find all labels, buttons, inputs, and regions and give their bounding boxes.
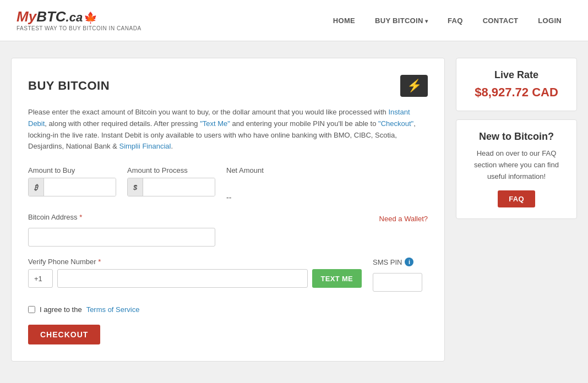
checkout-link[interactable]: "Checkout"	[378, 119, 413, 128]
bitcoin-address-label: Bitcoin Address *	[28, 213, 82, 221]
buy-bitcoin-panel: BUY BITCOIN Please enter the exact amoun…	[11, 58, 445, 362]
phone-number-input[interactable]	[57, 269, 308, 288]
page-content: BUY BITCOIN Please enter the exact amoun…	[0, 41, 588, 378]
logo-maple-icon: 🍁	[84, 12, 97, 24]
amount-row: Amount to Buy ₿ Amount to Process $ Net …	[28, 166, 428, 202]
logo-text: MyBTC.ca🍁	[17, 9, 141, 24]
bitcoin-address-group: Bitcoin Address * Need a Wallet?	[28, 213, 428, 247]
sms-pin-label: SMS PIN	[373, 258, 402, 266]
nav-contact[interactable]: CONTACT	[473, 11, 529, 30]
panel-description: Please enter the exact amount of Bitcoin…	[28, 107, 428, 152]
panel-header: BUY BITCOIN	[28, 75, 428, 97]
phone-group: Verify Phone Number * +1 TEXT ME	[28, 258, 362, 288]
sidebar: Live Rate $8,927.72 CAD New to Bitcoin? …	[456, 58, 577, 219]
logo: MyBTC.ca🍁 FASTEST WAY TO BUY BITCOIN IN …	[17, 9, 141, 31]
text-me-link[interactable]: "Text Me"	[200, 119, 230, 128]
phone-country-code: +1	[28, 269, 53, 288]
terms-row: I agree to the Terms of Service	[28, 305, 428, 314]
amount-to-process-group: Amount to Process $	[127, 166, 215, 196]
sms-label-row: SMS PIN i	[373, 258, 428, 266]
logo-my: My	[17, 8, 36, 25]
new-to-bitcoin-title: New to Bitcoin?	[467, 131, 565, 143]
amount-to-buy-input[interactable]	[44, 178, 116, 196]
live-rate-value: $8,927.72 CAD	[467, 85, 565, 100]
phone-sms-row: Verify Phone Number * +1 TEXT ME SMS PIN…	[28, 258, 428, 292]
net-amount-group: Net Amount --	[226, 166, 270, 202]
lightning-icon	[400, 75, 428, 97]
amount-to-buy-label: Amount to Buy	[28, 166, 116, 174]
nav-buy-bitcoin[interactable]: BUY BITCOIN	[365, 11, 438, 30]
bitcoin-address-input[interactable]	[28, 228, 215, 247]
sms-pin-input[interactable]	[373, 273, 422, 292]
sms-group: SMS PIN i	[373, 258, 428, 292]
amount-to-process-input[interactable]	[143, 178, 215, 196]
bitcoin-address-label-row: Bitcoin Address * Need a Wallet?	[28, 213, 428, 225]
terms-of-service-link[interactable]: Terms of Service	[86, 305, 140, 314]
new-to-bitcoin-card: New to Bitcoin? Head on over to our FAQ …	[456, 119, 577, 219]
phone-input-row: +1 TEXT ME	[28, 269, 362, 288]
phone-required-star: *	[96, 258, 101, 266]
phone-label: Verify Phone Number *	[28, 258, 362, 266]
live-rate-title: Live Rate	[467, 69, 565, 81]
terms-text: I agree to the	[40, 305, 82, 314]
faq-button[interactable]: FAQ	[498, 190, 535, 207]
amount-to-process-label: Amount to Process	[127, 166, 215, 174]
net-amount-label: Net Amount	[226, 166, 270, 174]
dollar-prefix: $	[128, 178, 143, 196]
terms-checkbox[interactable]	[28, 306, 35, 313]
main-nav: HOME BUY BITCOIN FAQ CONTACT LOGIN	[323, 11, 571, 30]
nav-home[interactable]: HOME	[323, 11, 365, 30]
net-amount-value: --	[226, 193, 270, 202]
new-to-bitcoin-desc: Head on over to our FAQ section where yo…	[467, 148, 565, 182]
logo-btc: BTC	[36, 8, 66, 25]
nav-login[interactable]: LOGIN	[528, 11, 571, 30]
amount-to-process-input-wrapper: $	[127, 178, 215, 196]
need-wallet-link[interactable]: Need a Wallet?	[379, 215, 428, 223]
logo-ca: .ca	[66, 10, 83, 24]
live-rate-card: Live Rate $8,927.72 CAD	[456, 58, 577, 111]
bitcoin-required-star: *	[78, 213, 83, 221]
amount-to-buy-group: Amount to Buy ₿	[28, 166, 116, 196]
panel-title: BUY BITCOIN	[28, 79, 110, 93]
checkout-button[interactable]: CHECKOUT	[28, 325, 100, 344]
header: MyBTC.ca🍁 FASTEST WAY TO BUY BITCOIN IN …	[0, 0, 588, 41]
nav-faq[interactable]: FAQ	[438, 11, 473, 30]
amount-to-buy-input-wrapper: ₿	[28, 178, 116, 196]
sms-info-icon[interactable]: i	[405, 258, 413, 266]
text-me-button[interactable]: TEXT ME	[312, 269, 362, 288]
simplii-link[interactable]: Simplii Financial	[119, 142, 171, 150]
bitcoin-prefix: ₿	[29, 178, 44, 196]
logo-tagline: FASTEST WAY TO BUY BITCOIN IN CANADA	[17, 25, 141, 31]
